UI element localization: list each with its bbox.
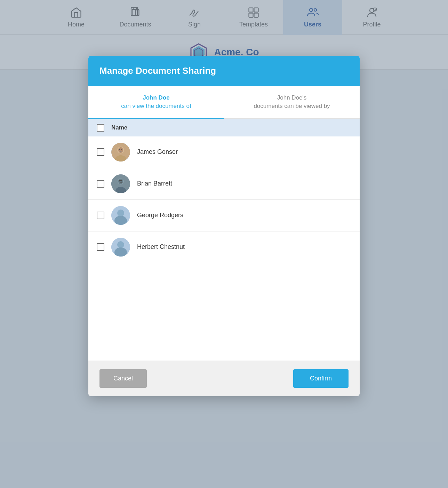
brian-barrett-checkbox[interactable] xyxy=(97,180,104,188)
herbert-chestnut-avatar xyxy=(111,238,130,257)
tab-can-view-line2: can view the documents of xyxy=(95,102,217,110)
svg-point-17 xyxy=(121,149,122,150)
james-gonser-checkbox[interactable] xyxy=(97,148,104,156)
dialog-header: Manage Document Sharing xyxy=(88,56,360,86)
table-row: George Rodgers xyxy=(88,200,360,231)
george-rodgers-checkbox[interactable] xyxy=(97,212,104,219)
james-gonser-avatar xyxy=(111,143,130,162)
george-rodgers-avatar xyxy=(111,206,130,225)
dialog-footer: Cancel Confirm xyxy=(88,361,360,396)
herbert-chestnut-name: Herbert Chestnut xyxy=(137,243,185,251)
tab-can-view[interactable]: John Doe can view the documents of xyxy=(88,86,224,119)
svg-point-16 xyxy=(119,149,120,150)
table-row: Herbert Chestnut xyxy=(88,231,360,263)
table-header-row: Name xyxy=(88,119,360,136)
george-rodgers-avatar-image xyxy=(111,206,130,225)
confirm-button[interactable]: Confirm xyxy=(293,369,349,388)
cancel-button[interactable]: Cancel xyxy=(99,369,147,388)
brian-barrett-name: Brian Barrett xyxy=(137,180,172,187)
tab-viewed-by-line2: documents can be viewed by xyxy=(231,102,353,110)
george-rodgers-name: George Rodgers xyxy=(137,212,183,219)
james-gonser-avatar-image xyxy=(111,143,130,162)
name-column-header: Name xyxy=(111,124,127,131)
tab-viewed-by-line1: John Doe's xyxy=(231,94,353,102)
svg-point-15 xyxy=(118,147,123,153)
brian-barrett-avatar xyxy=(111,174,130,193)
table-row: Brian Barrett xyxy=(88,168,360,200)
brian-barrett-avatar-image xyxy=(111,174,130,193)
svg-rect-24 xyxy=(119,180,122,181)
select-all-checkbox[interactable] xyxy=(97,124,104,132)
table-row: James Gonser xyxy=(88,136,360,168)
dialog-empty-area xyxy=(88,263,360,361)
svg-point-27 xyxy=(117,210,124,217)
tab-viewed-by[interactable]: John Doe's documents can be viewed by xyxy=(224,86,360,119)
svg-point-21 xyxy=(118,179,123,184)
dialog-tabs: John Doe can view the documents of John … xyxy=(88,86,360,119)
herbert-chestnut-avatar-image xyxy=(111,238,130,257)
user-list: James Gonser Brian Barrett xyxy=(88,136,360,263)
herbert-chestnut-checkbox[interactable] xyxy=(97,243,104,251)
svg-point-30 xyxy=(117,241,124,248)
james-gonser-name: James Gonser xyxy=(137,148,178,156)
tab-can-view-line1: John Doe xyxy=(95,94,217,102)
dialog-title: Manage Document Sharing xyxy=(99,65,216,76)
manage-sharing-dialog: Manage Document Sharing John Doe can vie… xyxy=(88,56,360,396)
